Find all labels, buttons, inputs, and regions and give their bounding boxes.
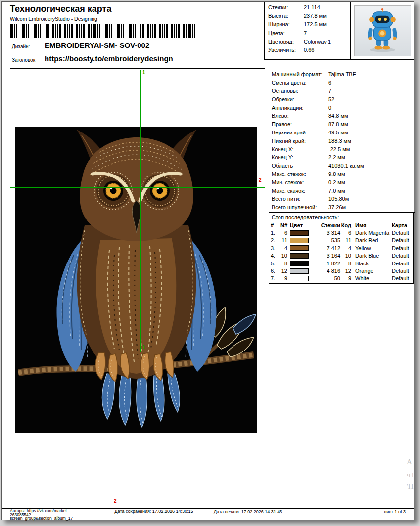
color-swatch [290, 261, 309, 266]
color-name: Orange [351, 268, 392, 274]
thread-row: 3. 4 7 412 4 Yellow Default [269, 244, 414, 252]
color-swatch [290, 276, 309, 281]
stitch-count: 3 314 [312, 230, 340, 236]
stat-label: Всего шпулечной: [269, 204, 328, 210]
stat-label: Смены цвета: [269, 80, 328, 86]
machine-stat-row: Всего шпулечной:37.26м [269, 203, 415, 212]
machine-stat-row: Остановы:7 [269, 87, 415, 95]
machine-stat-row: Всего нити:105.80м [269, 195, 415, 203]
stat-value: 52 [328, 96, 415, 102]
design-photo [354, 5, 411, 56]
table-border [413, 212, 414, 283]
stat-label: Нижний край: [269, 138, 328, 144]
col-header-map: Карта [392, 222, 414, 228]
summary-row: Цвета:7 [268, 30, 350, 39]
watermark-fragment: А [407, 458, 412, 466]
watermark-fragment: ч+ [407, 471, 415, 479]
thread-row: 6. 12 4 816 12 Orange Default [269, 267, 414, 274]
color-name: Dark Magenta [351, 230, 392, 236]
needle-number: 9 [277, 275, 290, 281]
machine-stat-row: Машинный формат:Tajima TBF [269, 70, 415, 79]
needle-number: 10 [277, 253, 290, 259]
summary-row: Высота:237.8 мм [268, 13, 350, 21]
stat-value: 0.2 мм [328, 179, 415, 185]
stitch-count: 7 412 [312, 245, 340, 251]
robot-mascot-photo [357, 7, 408, 54]
stat-label: Остановы: [269, 88, 328, 94]
stat-label: Конец Y: [269, 154, 328, 160]
stat-value: -22.5 мм [328, 146, 415, 152]
color-code: 11 [340, 237, 351, 243]
end-marker-label: 2 [259, 177, 262, 183]
machine-stat-row: Смены цвета:6 [269, 79, 415, 87]
color-swatch [290, 230, 309, 236]
color-name: White [351, 275, 392, 281]
row-number: 2. [269, 237, 277, 243]
stat-value: 188.3 мм [328, 138, 415, 144]
needle-number: 4 [277, 245, 290, 251]
stitch-count: 1 822 [312, 261, 340, 266]
authors-line: screen=group&section=album_17 [10, 517, 109, 521]
stat-label: Аппликации: [269, 105, 328, 111]
color-code: 6 [340, 230, 351, 236]
color-swatch [290, 253, 309, 259]
machine-stats-panel: Машинный формат:Tajima TBF Смены цвета:6… [269, 68, 415, 508]
design-summary-panel: Стежки:21 114 Высота:237.8 мм Ширина:172… [264, 2, 350, 60]
heading-url: https://boosty.to/embroiderydesingn [45, 54, 173, 63]
printed-date: Дата печати: 17.02.2026 14:31:45 [214, 509, 332, 514]
row-number: 6. [269, 268, 277, 274]
divider [2, 53, 264, 53]
design-photo-frame [350, 2, 414, 60]
col-header-color: Цвет [290, 222, 312, 228]
stat-label: Увеличить: [268, 47, 304, 55]
stitch-count: 4 816 [312, 268, 340, 274]
watermark-fragment: 'П [407, 482, 414, 491]
color-name: Dark Blue [351, 253, 392, 259]
color-name: Dark Red [351, 237, 392, 243]
page-title: Технологическая карта [10, 4, 111, 14]
end-crosshair-horizontal [10, 184, 265, 184]
needle-number: 11 [277, 237, 290, 243]
end-crosshair-vertical [112, 184, 112, 504]
machine-stats-list: Машинный формат:Tajima TBF Смены цвета:6… [269, 70, 415, 212]
machine-stat-row: Правое:87.8 мм [269, 120, 415, 129]
col-header-name: Имя [351, 222, 392, 228]
page-number: лист 1 of 3 [384, 509, 406, 514]
thread-table: # N# Цвет Стежки Код Имя Карта 1. 6 3 31… [269, 221, 414, 282]
row-number: 3. [269, 245, 277, 251]
table-border [269, 283, 414, 284]
color-name: Black [351, 261, 392, 266]
stat-value: 49.5 мм [328, 130, 415, 135]
stat-label: Макс. стежок: [269, 171, 328, 177]
needle-number: 8 [277, 261, 290, 266]
barcode-image [10, 24, 198, 38]
color-code: 9 [340, 275, 351, 281]
stat-value: 7 [304, 30, 350, 39]
stat-label: Машинный формат: [269, 71, 328, 77]
summary-row: Ширина:172.5 мм [268, 21, 350, 30]
stat-value: 6 [328, 80, 415, 86]
stat-label: Влево: [269, 113, 328, 119]
stat-value: 7 [328, 88, 415, 94]
design-preview-pane: 1 1 2 2 [10, 68, 265, 508]
stat-label: Верхних край: [269, 130, 328, 135]
divider [269, 212, 415, 213]
color-map: Default [392, 230, 414, 236]
color-map: Default [392, 268, 414, 274]
start-marker-label: 1 [142, 70, 145, 75]
machine-stat-row: Верхних край:49.5 мм [269, 129, 415, 137]
stat-label: Всего нити: [269, 196, 328, 202]
divider [2, 40, 264, 40]
stop-sequence-title: Стоп последовательность: [272, 214, 339, 220]
footer: Авторы: https://vk.com/market- 26308554?… [2, 508, 414, 520]
stitch-count: 50 [312, 275, 340, 281]
stat-value: 7.0 мм [328, 188, 415, 194]
color-map: Default [392, 253, 414, 259]
stat-value: 84.8 мм [328, 113, 415, 119]
stat-label: Мин. стежок: [269, 179, 328, 185]
summary-row: Цветоряд:Colorway 1 [268, 39, 350, 47]
color-map: Default [392, 245, 414, 251]
stat-value: 105.80м [328, 196, 415, 202]
needle-number: 6 [277, 230, 290, 236]
color-swatch [290, 238, 309, 243]
